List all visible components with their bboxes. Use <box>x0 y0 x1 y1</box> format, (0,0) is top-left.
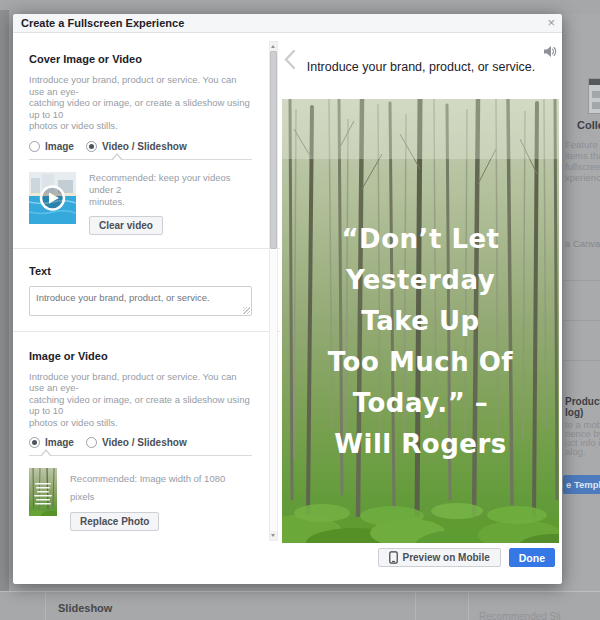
image-photo-row: Recommended: Image width of 1080 pixels … <box>29 468 252 531</box>
cover-video-row: Recommended: keep your videos under 2 mi… <box>29 172 252 235</box>
background-right-column: Colle Feature a items that fullscree xpe… <box>563 14 600 591</box>
section-separator <box>13 248 280 249</box>
scroll-down-icon[interactable] <box>270 531 277 540</box>
background-left-band <box>0 10 9 620</box>
radio-selected-icon[interactable] <box>86 141 97 152</box>
background-template-card-thumbnail <box>588 78 600 114</box>
text-input[interactable]: Introduce your brand, product, or servic… <box>29 286 252 316</box>
video-recommendation: Recommended: keep your videos under 2 mi… <box>89 172 252 208</box>
image-section-description: Introduce your brand, product or service… <box>29 371 252 429</box>
phone-icon <box>389 551 398 564</box>
bg-products-title: Products ( log) <box>565 396 600 418</box>
cover-media-type-options: Image Video / Slideshow <box>29 141 252 152</box>
radio-unselected-icon[interactable] <box>29 141 40 152</box>
cover-section-heading: Cover Image or Video <box>29 53 252 65</box>
card-header-bar <box>589 79 600 85</box>
replace-photo-button[interactable]: Replace Photo <box>70 512 159 531</box>
scroll-up-icon[interactable] <box>270 42 277 51</box>
cover-radio-image[interactable]: Image <box>29 141 74 152</box>
preview-image: “Don’t Let Yesterday Take Up Too Much Of… <box>282 99 559 549</box>
scrollbar-thumb[interactable] <box>270 51 277 249</box>
modal-header: Create a Fullscreen Experience × <box>13 14 562 33</box>
cover-option-divider <box>29 159 252 160</box>
clear-video-button[interactable]: Clear video <box>89 216 163 235</box>
preview-header-text: Introduce your brand, product, or servic… <box>280 60 562 74</box>
image-radio-video-slideshow[interactable]: Video / Slideshow <box>86 437 187 448</box>
cover-section-description: Introduce your brand, product or service… <box>29 74 252 132</box>
video-thumbnail <box>29 172 76 224</box>
radio-unselected-icon[interactable] <box>86 437 97 448</box>
bg-collection-title: Colle <box>577 119 600 131</box>
bg-products-description: te a mobile rience by u uct info ins alo… <box>565 420 600 456</box>
bg-recommended-text: Recommended Sli <box>479 611 561 620</box>
background-bottom-section: Slideshow Recommended Sli <box>0 592 600 620</box>
close-icon[interactable]: × <box>547 14 555 32</box>
image-option-divider <box>29 455 252 456</box>
cover-radio-video-slideshow[interactable]: Video / Slideshow <box>86 141 187 152</box>
radio-selected-icon[interactable] <box>29 437 40 448</box>
bg-collection-description: Feature a items that fullscree xperience… <box>565 139 600 183</box>
image-radio-image[interactable]: Image <box>29 437 74 448</box>
preview-quote-text: “Don’t Let Yesterday Take Up Too Much Of… <box>282 219 559 465</box>
page: Colle Feature a items that fullscree xpe… <box>0 0 600 620</box>
bg-use-template-button: e Templat <box>563 475 600 494</box>
editor-form-panel: Cover Image or Video Introduce your bran… <box>13 33 280 549</box>
mobile-preview-panel: Introduce your brand, product, or servic… <box>280 33 562 549</box>
photo-recommendation: Recommended: Image width of 1080 pixels <box>70 473 225 502</box>
image-media-type-options: Image Video / Slideshow <box>29 437 252 448</box>
fullscreen-experience-modal: Create a Fullscreen Experience × Cover I… <box>13 14 562 584</box>
text-section-heading: Text <box>29 265 252 277</box>
modal-title: Create a Fullscreen Experience <box>21 17 184 29</box>
form-scrollbar <box>269 41 278 541</box>
resize-handle-icon[interactable] <box>243 307 250 314</box>
bg-canvas-text: a Canvas <box>565 238 600 249</box>
section-separator <box>13 331 280 332</box>
preview-on-mobile-button[interactable]: Preview on Mobile <box>378 548 501 567</box>
modal-footer: Preview on Mobile Done <box>13 543 562 584</box>
photo-thumbnail <box>29 468 57 516</box>
bg-slideshow-heading: Slideshow <box>58 602 112 614</box>
image-section-heading: Image or Video <box>29 350 252 362</box>
done-button[interactable]: Done <box>509 548 555 567</box>
